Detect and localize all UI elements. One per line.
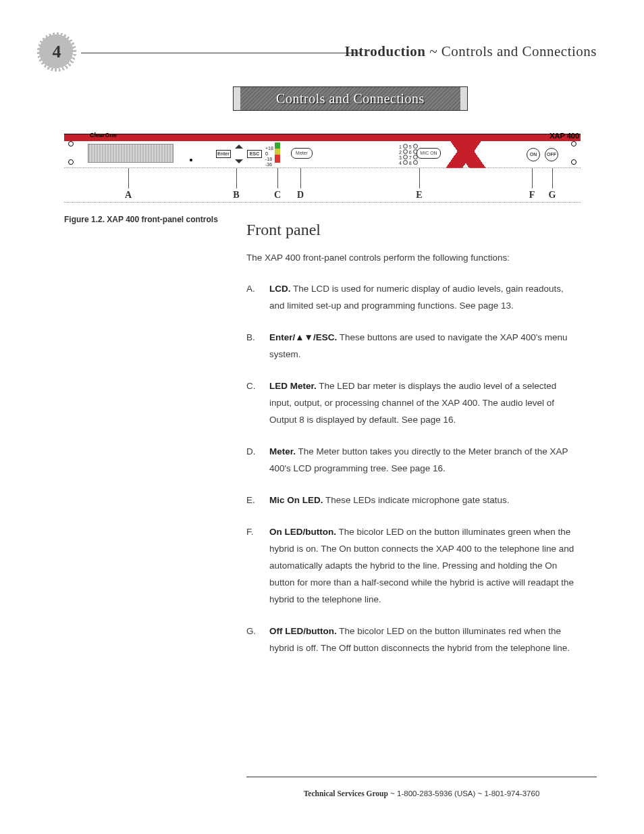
body-content: Front panel The XAP 400 front-panel cont… <box>246 221 581 672</box>
callout-line <box>419 168 420 188</box>
section-banner: Controls and Connections <box>233 86 468 111</box>
footer-sep: ~ <box>475 789 484 798</box>
definition-item: D.Meter. The Meter button takes you dire… <box>246 444 581 477</box>
running-head-bold: Introduction <box>344 43 425 59</box>
rack-screw-icon <box>68 159 74 165</box>
definition-text: The LCD is used for numeric display of a… <box>269 284 564 311</box>
off-button-icon: OFF <box>545 148 558 161</box>
definition-term: Enter/▲▼/ESC. <box>269 332 337 342</box>
running-head: Introduction ~ Controls and Connections <box>344 43 597 60</box>
definition-marker: G. <box>246 623 256 640</box>
definition-text: The Meter button takes you directly to t… <box>269 446 568 473</box>
definition-term: On LED/button. <box>269 527 336 537</box>
definition-marker: D. <box>246 444 256 461</box>
callout-line <box>236 168 237 188</box>
footer-sep: ~ <box>388 789 397 798</box>
callout-letter: D <box>297 190 304 201</box>
definition-item: A.LCD. The LCD is used for numeric displ… <box>246 281 581 315</box>
callout-line <box>128 168 129 188</box>
running-head-sep: ~ <box>425 43 441 59</box>
definition-text: The bicolor LED on the button illuminate… <box>269 527 574 604</box>
on-button-icon: ON <box>527 148 540 161</box>
callout-letter: B <box>233 190 239 201</box>
arrow-up-icon <box>235 140 243 149</box>
section-heading: Front panel <box>246 221 581 239</box>
callout-line <box>532 168 533 188</box>
callout-letter: F <box>529 190 535 201</box>
footer-phone-usa: 1-800-283-5936 (USA) <box>397 789 475 798</box>
page-number: 4 <box>37 32 76 72</box>
running-head-rest: Controls and Connections <box>441 43 597 59</box>
definition-text: These LEDs indicate microphone gate stat… <box>323 495 510 505</box>
callout-line <box>300 168 301 188</box>
lcd-display-icon <box>88 144 173 163</box>
panel-red-trim <box>64 134 581 141</box>
footer-phone-intl: 1-801-974-3760 <box>484 789 539 798</box>
panel-brand: ClearOne <box>90 132 117 138</box>
panel-dot <box>190 159 192 161</box>
definition-marker: C. <box>246 378 256 395</box>
definition-item: C.LED Meter. The LED bar meter is displa… <box>246 378 581 429</box>
footer-rule <box>246 777 597 777</box>
meter-button-icon: Meter <box>291 148 313 159</box>
lead-paragraph: The XAP 400 front-panel controls perform… <box>246 251 581 265</box>
footer-label: Technical Services Group <box>304 789 388 798</box>
definition-list: A.LCD. The LCD is used for numeric displ… <box>246 281 581 656</box>
page-header: 4 Introduction ~ Controls and Connection… <box>37 32 597 73</box>
figure-front-panel: ClearOne XAP 400 Enter ESC +18 0 -18 -36… <box>64 134 581 224</box>
callout-line <box>552 168 553 188</box>
definition-marker: F. <box>246 524 254 541</box>
led-meter-icon <box>275 142 280 163</box>
mic-on-label-icon: MIC ON <box>417 148 441 159</box>
panel-model: XAP 400 <box>549 132 579 140</box>
arrow-down-icon <box>235 159 243 167</box>
callout-letter: G <box>549 190 556 201</box>
meter-scale: +18 0 -18 -36 <box>265 146 273 167</box>
figure-callouts: ABCDEFG <box>64 167 581 203</box>
rack-screw-icon <box>571 159 576 165</box>
rack-screw-icon <box>571 141 576 147</box>
definition-term: LED Meter. <box>269 381 317 391</box>
front-panel-illustration: ClearOne XAP 400 Enter ESC +18 0 -18 -36… <box>64 134 581 168</box>
definition-term: Off LED/button. <box>269 626 337 636</box>
esc-button-icon: ESC <box>247 150 262 158</box>
rack-screw-icon <box>68 141 74 147</box>
page-number-badge: 4 <box>37 32 76 72</box>
mic-on-leds: 1 5 2 6 3 7 4 8 <box>399 144 418 165</box>
definition-item: F.On LED/button. The bicolor LED on the … <box>246 524 581 608</box>
definition-item: G.Off LED/button. The bicolor LED on the… <box>246 623 581 657</box>
callout-letter: C <box>274 190 281 201</box>
page-footer: Technical Services Group ~ 1-800-283-593… <box>246 789 597 798</box>
definition-item: E.Mic On LED. These LEDs indicate microp… <box>246 492 581 509</box>
definition-term: Mic On LED. <box>269 495 323 505</box>
callout-line <box>277 168 278 188</box>
definition-marker: B. <box>246 330 255 346</box>
header-rule <box>81 53 360 53</box>
callout-letter: A <box>125 190 132 201</box>
definition-marker: A. <box>246 281 255 298</box>
callout-letter: E <box>416 190 422 201</box>
definition-item: B.Enter/▲▼/ESC. These buttons are used t… <box>246 330 581 363</box>
enter-button-icon: Enter <box>216 150 231 158</box>
definition-term: LCD. <box>269 284 291 294</box>
definition-term: Meter. <box>269 446 296 457</box>
nav-pad: Enter ESC <box>216 140 262 167</box>
definition-marker: E. <box>246 492 255 509</box>
